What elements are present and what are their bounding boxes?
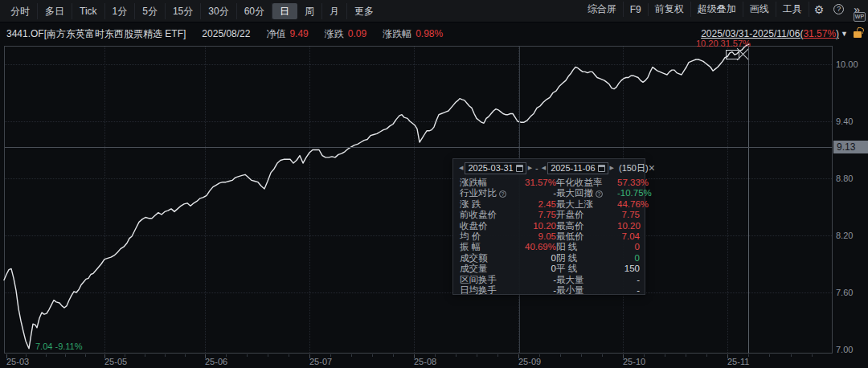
interval-range-close-paren[interactable]: ) xyxy=(836,28,839,39)
tab-period-15分[interactable]: 15分 xyxy=(166,3,201,19)
y-axis-label: 8.80 xyxy=(836,174,853,183)
x-axis-label: 25-11 xyxy=(727,357,749,366)
stat-value: 40.69% xyxy=(513,242,556,252)
interval-range-area: 2025/03/31-2025/11/06(31.57%) ▼ xyxy=(701,28,862,39)
stat-value: 2.45 xyxy=(513,199,556,210)
tab-period-Tick[interactable]: Tick xyxy=(72,3,105,19)
x-axis-minor-tick xyxy=(46,354,47,357)
prev-date-arrow-icon[interactable]: ◀ xyxy=(457,164,465,172)
x-axis-major-tick xyxy=(6,354,7,358)
tab-period-5分[interactable]: 5分 xyxy=(135,3,166,19)
help-glyph: ? xyxy=(833,4,844,14)
unlock-icon[interactable] xyxy=(854,31,862,38)
y-axis-label: 9.40 xyxy=(836,117,853,126)
tab-period-月[interactable]: 月 xyxy=(322,3,347,19)
stat-value: -10.75% xyxy=(617,188,652,198)
range-end-line[interactable] xyxy=(748,46,749,354)
interval-range-pct[interactable]: 31.57% xyxy=(803,28,836,39)
help-icon[interactable]: ? xyxy=(596,190,603,198)
tab-period-1分[interactable]: 1分 xyxy=(105,3,136,19)
interval-range-link[interactable]: 2025/03/31-2025/11/06( xyxy=(701,28,803,39)
start-date-value: 2025-03-31 xyxy=(468,163,513,173)
calendar-icon[interactable] xyxy=(516,165,523,172)
tab-period-周[interactable]: 周 xyxy=(297,3,322,19)
stat-label: 收盘价 xyxy=(460,221,513,231)
x-axis-minor-tick xyxy=(791,354,792,357)
stat-label: 均 价 xyxy=(460,231,513,242)
x-axis-minor-tick xyxy=(539,354,540,357)
wp-widget-icon[interactable]: WP xyxy=(854,12,866,22)
end-date-input[interactable]: 2025-11-06 xyxy=(547,162,608,174)
stat-value: 44.76% xyxy=(617,199,649,210)
stat-value: 0 xyxy=(513,264,556,274)
nav-value: 9.49 xyxy=(289,28,308,39)
interval-low-annotation: 7.04 -9.11% xyxy=(35,341,83,351)
change-value: 0.09 xyxy=(348,28,366,39)
stat-value: 10.20 xyxy=(513,221,556,231)
stats-row: 行业对比?-最大回撤?-10.75% xyxy=(453,188,645,198)
stat-label: 行业对比? xyxy=(460,188,513,198)
tab-period-60分[interactable]: 60分 xyxy=(237,3,272,19)
x-axis-major-tick xyxy=(414,354,415,358)
toolbar-item-画线[interactable]: 画线 xyxy=(743,2,776,17)
plot-frame xyxy=(4,46,833,354)
toolbar-item-工具[interactable]: 工具 xyxy=(776,2,809,17)
help-icon[interactable]: ? xyxy=(499,190,506,198)
end-date-value: 2025-11-06 xyxy=(551,163,595,173)
date-separator: - xyxy=(534,163,540,173)
gear-glyph: ⚙ xyxy=(814,4,825,15)
stats-row: 涨 跌2.45最大上涨44.76% xyxy=(453,199,645,210)
stat-value: 7.75 xyxy=(513,210,556,220)
trading-app-window: 分时多日Tick1分5分15分30分60分日周月更多 综合屏F9前复权超级叠加画… xyxy=(0,0,868,368)
y-axis-label: 8.20 xyxy=(836,231,853,240)
stats-row: 收盘价10.20最高价10.20 xyxy=(453,221,645,231)
toolbar-item-综合屏[interactable]: 综合屏 xyxy=(581,2,624,17)
stat-label: 涨 跌 xyxy=(460,199,513,210)
x-axis-major-tick xyxy=(104,354,105,358)
gear-icon[interactable]: ⚙ xyxy=(809,4,829,15)
toolbar-item-超级叠加[interactable]: 超级叠加 xyxy=(691,2,743,17)
stat-value: 57.33% xyxy=(617,178,649,188)
stat-value: 7.04 xyxy=(617,231,640,242)
calendar-icon[interactable] xyxy=(598,165,605,172)
stat-value: 0 xyxy=(617,253,640,264)
stat-label: 涨跌幅 xyxy=(460,178,513,188)
tab-period-分时[interactable]: 分时 xyxy=(3,3,38,19)
stat-label: 最大上涨 xyxy=(556,199,617,210)
help-icon[interactable]: ? xyxy=(829,4,849,14)
stat-label: 成交量 xyxy=(460,264,513,274)
next-date-arrow-icon[interactable]: ▶ xyxy=(526,164,534,172)
stat-label: 区间换手 xyxy=(460,275,513,285)
y-axis-label: 7.00 xyxy=(836,345,853,354)
stat-value: - xyxy=(513,285,556,296)
x-axis-major-tick xyxy=(727,354,728,358)
tab-period-更多[interactable]: 更多 xyxy=(347,3,381,19)
period-toolbar: 分时多日Tick1分5分15分30分60分日周月更多 综合屏F9前复权超级叠加画… xyxy=(0,0,868,22)
x-axis-minor-tick xyxy=(497,354,498,357)
stats-row: 成交额0阴 线0 xyxy=(453,253,645,264)
tab-period-30分[interactable]: 30分 xyxy=(201,3,236,19)
stat-value: - xyxy=(617,285,640,296)
tab-period-多日[interactable]: 多日 xyxy=(38,3,72,19)
x-axis-minor-tick xyxy=(268,354,268,357)
x-axis-minor-tick xyxy=(644,354,645,357)
interval-stats-rows: 涨跌幅31.57%年化收益率57.33%行业对比?-最大回撤?-10.75%涨 … xyxy=(453,178,645,296)
toolbar-item-前复权[interactable]: 前复权 xyxy=(649,2,691,17)
x-axis-label: 25-07 xyxy=(309,357,332,366)
close-icon[interactable]: × xyxy=(649,162,655,174)
toolbar-item-F9[interactable]: F9 xyxy=(624,3,649,16)
x-axis-minor-tick xyxy=(330,354,331,357)
next-date-arrow-icon[interactable]: ▶ xyxy=(608,164,616,172)
x-axis-label: 25-10 xyxy=(623,357,645,366)
chevron-down-icon[interactable]: ▼ xyxy=(841,30,848,38)
prev-date-arrow-icon[interactable]: ◀ xyxy=(540,164,547,172)
x-axis-label: 25-05 xyxy=(104,357,127,366)
start-date-input[interactable]: 2025-03-31 xyxy=(465,162,526,174)
x-axis-minor-tick xyxy=(602,354,603,357)
stat-value: 31.57% xyxy=(513,178,556,188)
stat-label: 最大回撤? xyxy=(556,188,617,198)
x-axis-minor-tick xyxy=(456,354,457,357)
tab-period-日[interactable]: 日 xyxy=(272,3,297,19)
x-axis-minor-tick xyxy=(145,354,145,357)
stat-label: 最低价 xyxy=(556,231,617,242)
